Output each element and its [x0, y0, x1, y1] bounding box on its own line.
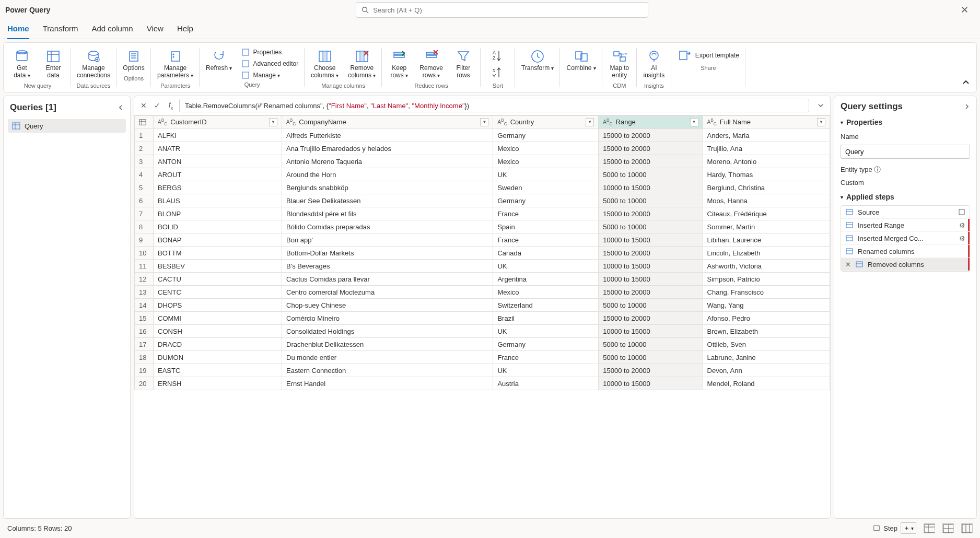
- export-template-button[interactable]: Export template: [674, 47, 742, 64]
- cell[interactable]: 10000 to 15000: [599, 273, 703, 286]
- cell[interactable]: Centro comercial Moctezuma: [282, 286, 493, 299]
- cell[interactable]: Moos, Hanna: [703, 194, 830, 207]
- ribbon-options-button[interactable]: Options: [120, 47, 148, 74]
- cell[interactable]: BLAUS: [154, 194, 282, 207]
- applied-step[interactable]: Inserted Merged Co...⚙: [841, 232, 970, 245]
- applied-step[interactable]: Renamed columns: [841, 245, 970, 258]
- cell[interactable]: Chop-suey Chinese: [282, 299, 493, 312]
- cell[interactable]: B's Beverages: [282, 260, 493, 273]
- tab-transform[interactable]: Transform: [43, 21, 78, 39]
- table-row[interactable]: 19EASTCEastern ConnectionUK15000 to 2000…: [135, 364, 830, 377]
- filter-dropdown-icon[interactable]: ▼: [269, 118, 277, 126]
- cell[interactable]: 15000 to 20000: [599, 364, 703, 377]
- cell[interactable]: AROUT: [154, 168, 282, 181]
- expand-settings-icon[interactable]: [964, 103, 970, 110]
- cell[interactable]: Berglunds snabbköp: [282, 181, 493, 194]
- row-header[interactable]: 9: [135, 233, 154, 247]
- row-header[interactable]: 6: [135, 194, 154, 207]
- ribbon-collapse-button[interactable]: [956, 75, 975, 90]
- table-row[interactable]: 1ALFKIAlfreds FutterkisteGermany15000 to…: [135, 129, 830, 142]
- row-header[interactable]: 4: [135, 168, 154, 181]
- cell[interactable]: Ana Trujillo Emaredados y helados: [282, 142, 493, 155]
- table-row[interactable]: 18DUMONDu monde entierFrance5000 to 1000…: [135, 351, 830, 364]
- ribbon-combine-button[interactable]: Combine ▾: [563, 47, 599, 74]
- cell[interactable]: Berglund, Christina: [703, 181, 830, 194]
- cell[interactable]: Around the Horn: [282, 168, 493, 181]
- cell[interactable]: 5000 to 10000: [599, 299, 703, 312]
- row-header[interactable]: 3: [135, 155, 154, 168]
- cell[interactable]: Blondesddsl pére et fils: [282, 207, 493, 220]
- gear-icon[interactable]: ⚙: [959, 235, 965, 242]
- confirm-step-icon[interactable]: ✓: [152, 101, 162, 110]
- cell[interactable]: Bon app': [282, 233, 493, 247]
- ribbon-remove-rows-button[interactable]: Removerows ▾: [416, 47, 446, 81]
- ribbon-filter-rows-button[interactable]: Filterrows: [449, 47, 477, 81]
- view-grid-icon[interactable]: [942, 523, 954, 533]
- table-row[interactable]: 9BONAPBon app'France10000 to 15000Libiha…: [135, 233, 830, 247]
- select-all-corner[interactable]: [135, 116, 154, 129]
- cell[interactable]: Germany: [493, 338, 599, 351]
- cell[interactable]: Consolidated Holdings: [282, 325, 493, 338]
- cell[interactable]: Ottlieb, Sven: [703, 338, 830, 351]
- table-row[interactable]: 17DRACDDrachenblut DelikatessenGermany50…: [135, 338, 830, 351]
- row-header[interactable]: 20: [135, 377, 154, 390]
- cell[interactable]: BERGS: [154, 181, 282, 194]
- table-row[interactable]: 11BESBEVB's BeveragesUK10000 to 15000Ash…: [135, 260, 830, 273]
- ribbon-sort-button[interactable]: AZAZ: [484, 47, 512, 81]
- cell[interactable]: 10000 to 15000: [599, 181, 703, 194]
- ribbon-properties-button[interactable]: Properties: [238, 47, 301, 57]
- table-row[interactable]: 20ERNSHErnst HandelAustria10000 to 15000…: [135, 377, 830, 390]
- table-row[interactable]: 12CACTUCactus Comidas para llevarArgenti…: [135, 273, 830, 286]
- cell[interactable]: Bólido Comidas preparadas: [282, 220, 493, 233]
- cell[interactable]: Comércio Mineiro: [282, 312, 493, 325]
- cell[interactable]: Eastern Connection: [282, 364, 493, 377]
- cell[interactable]: 5000 to 10000: [599, 168, 703, 181]
- delete-step-icon[interactable]: ✕: [845, 261, 851, 268]
- column-header-companyname[interactable]: ABCCompanyName▼: [282, 116, 493, 129]
- ribbon-enter-data-button[interactable]: Enterdata: [39, 47, 67, 81]
- query-name-input[interactable]: [841, 145, 970, 159]
- row-header[interactable]: 14: [135, 299, 154, 312]
- cell[interactable]: BOLID: [154, 220, 282, 233]
- cell[interactable]: 15000 to 20000: [599, 286, 703, 299]
- cell[interactable]: COMMI: [154, 312, 282, 325]
- row-header[interactable]: 7: [135, 207, 154, 220]
- cell[interactable]: 15000 to 20000: [599, 142, 703, 155]
- table-row[interactable]: 13CENTCCentro comercial MoctezumaMexico1…: [135, 286, 830, 299]
- cell[interactable]: Sweden: [493, 181, 599, 194]
- table-row[interactable]: 16CONSHConsolidated HoldingsUK10000 to 1…: [135, 325, 830, 338]
- properties-section[interactable]: ▾Properties: [841, 118, 970, 126]
- collapse-icon[interactable]: [118, 104, 124, 111]
- cell[interactable]: ANATR: [154, 142, 282, 155]
- cell[interactable]: 10000 to 15000: [599, 233, 703, 247]
- row-header[interactable]: 12: [135, 273, 154, 286]
- cell[interactable]: ANTON: [154, 155, 282, 168]
- cell[interactable]: France: [493, 351, 599, 364]
- cell[interactable]: BESBEV: [154, 260, 282, 273]
- applied-steps-section[interactable]: ▾Applied steps: [841, 193, 970, 201]
- query-item[interactable]: Query: [8, 119, 126, 133]
- filter-dropdown-icon[interactable]: ▼: [480, 118, 488, 126]
- cell[interactable]: Chang, Franscisco: [703, 286, 830, 299]
- step-add-button[interactable]: ＋▾: [901, 522, 916, 534]
- formula-expand-icon[interactable]: [815, 102, 826, 109]
- cell[interactable]: 15000 to 20000: [599, 312, 703, 325]
- cell[interactable]: Moreno, Antonio: [703, 155, 830, 168]
- cell[interactable]: 15000 to 20000: [599, 207, 703, 220]
- row-header[interactable]: 18: [135, 351, 154, 364]
- ribbon-advanced-editor-button[interactable]: Advanced editor: [238, 59, 301, 69]
- ribbon-remove-columns-button[interactable]: Removecolumns ▾: [345, 47, 379, 81]
- cell[interactable]: UK: [493, 260, 599, 273]
- cell[interactable]: BOTTM: [154, 247, 282, 260]
- cell[interactable]: Simpson, Patricio: [703, 273, 830, 286]
- tab-home[interactable]: Home: [7, 21, 29, 39]
- ribbon-manage-connections-button[interactable]: Manageconnections: [74, 47, 113, 81]
- cell[interactable]: 15000 to 20000: [599, 155, 703, 168]
- cell[interactable]: 10000 to 15000: [599, 377, 703, 390]
- row-header[interactable]: 2: [135, 142, 154, 155]
- table-row[interactable]: 3ANTONAntonio Moreno TaqueriaMexico15000…: [135, 155, 830, 168]
- cell[interactable]: 15000 to 20000: [599, 247, 703, 260]
- cell[interactable]: Mexico: [493, 155, 599, 168]
- cell[interactable]: Ashworth, Victoria: [703, 260, 830, 273]
- cell[interactable]: Trujillo, Ana: [703, 142, 830, 155]
